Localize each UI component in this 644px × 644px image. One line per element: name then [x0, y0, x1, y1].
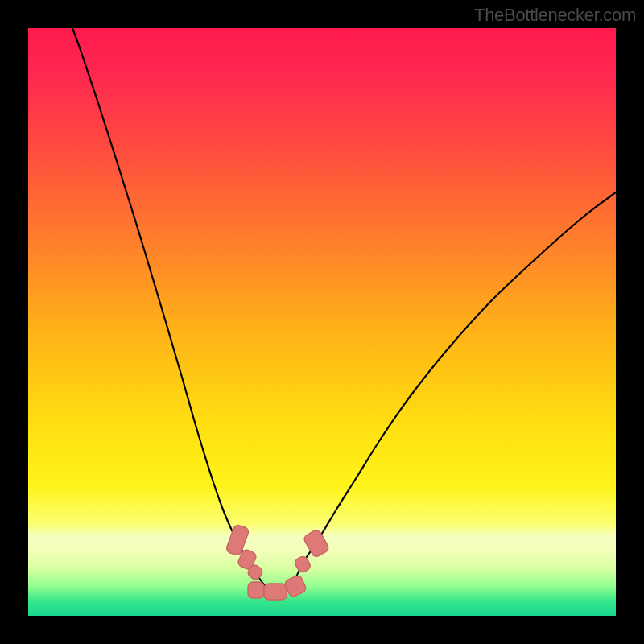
credit-label: TheBottlenecker.com: [474, 5, 636, 26]
marker-4: [264, 584, 287, 600]
marker-7: [303, 529, 330, 559]
chart-curves: [28, 28, 616, 616]
plot-area: [28, 28, 616, 616]
series-bottleneck_curve_left: [72, 28, 250, 564]
marker-3: [248, 582, 264, 598]
chart-frame: TheBottlenecker.com: [0, 0, 644, 644]
marker-6: [294, 555, 312, 574]
series-bottleneck_curve_right: [303, 192, 616, 563]
marker-5: [283, 574, 307, 597]
